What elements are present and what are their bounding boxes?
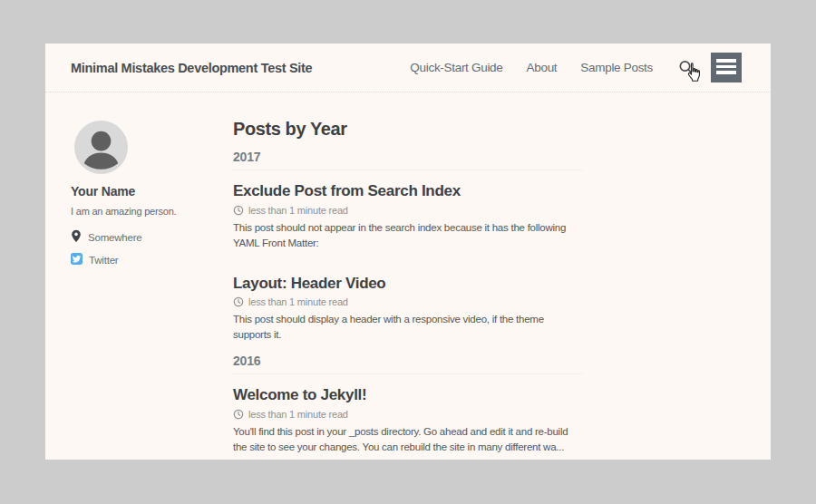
author-sidebar: Your Name I am an amazing person. Somewh… [71, 92, 233, 460]
nav-quick-start-guide[interactable]: Quick-Start Guide [410, 61, 502, 74]
post-read-time: less than 1 minute read [233, 296, 582, 307]
site-page: Minimal Mistakes Development Test Site Q… [45, 44, 771, 460]
post-read-time-label: less than 1 minute read [248, 409, 348, 420]
post-title-link[interactable]: Welcome to Jekyll! [233, 386, 582, 404]
masthead: Minimal Mistakes Development Test Site Q… [45, 44, 771, 92]
location-pin-icon [71, 229, 82, 245]
post-entry: Layout: Header Video less than 1 minute … [233, 275, 582, 344]
clock-icon [233, 409, 244, 420]
post-read-time: less than 1 minute read [233, 409, 582, 420]
post-excerpt: This post should not appear in the searc… [233, 220, 582, 251]
hamburger-menu-button[interactable] [711, 53, 742, 82]
twitter-icon [71, 253, 83, 267]
page-content: Your Name I am an amazing person. Somewh… [45, 92, 771, 460]
post-excerpt: This post should display a header with a… [233, 312, 582, 343]
post-read-time: less than 1 minute read [233, 205, 582, 216]
clock-icon [233, 205, 244, 216]
author-avatar [74, 121, 128, 174]
post-entry: Exclude Post from Search Index less than… [233, 182, 582, 251]
author-twitter-label: Twitter [89, 255, 118, 266]
author-location: Somewhere [71, 229, 233, 245]
author-name: Your Name [71, 184, 233, 199]
year-heading-2017: 2017 [233, 150, 582, 170]
post-excerpt: You'll find this post in your _posts dir… [233, 424, 582, 455]
post-title-link[interactable]: Layout: Header Video [233, 275, 582, 293]
year-heading-2016: 2016 [233, 354, 582, 374]
nav-about[interactable]: About [527, 61, 558, 74]
post-read-time-label: less than 1 minute read [248, 296, 348, 307]
page-title: Posts by Year [233, 119, 582, 139]
author-twitter-link[interactable]: Twitter [71, 253, 233, 267]
search-icon[interactable] [677, 59, 695, 77]
site-title-link[interactable]: Minimal Mistakes Development Test Site [71, 61, 312, 75]
author-links: Somewhere Twitter [71, 229, 233, 267]
post-read-time-label: less than 1 minute read [248, 205, 348, 216]
post-title-link[interactable]: Exclude Post from Search Index [233, 182, 582, 200]
author-location-label: Somewhere [88, 232, 142, 243]
primary-nav: Quick-Start Guide About Sample Posts [410, 53, 742, 82]
archive-main: Posts by Year 2017 Exclude Post from Sea… [233, 92, 582, 460]
year-section-2016: 2016 Welcome to Jekyll! less than 1 minu… [233, 354, 582, 455]
author-bio: I am an amazing person. [71, 206, 233, 217]
clock-icon [233, 296, 244, 307]
post-entry: Welcome to Jekyll! less than 1 minute re… [233, 386, 582, 455]
nav-sample-posts[interactable]: Sample Posts [580, 61, 653, 74]
year-section-2017: 2017 Exclude Post from Search Index less… [233, 150, 582, 343]
